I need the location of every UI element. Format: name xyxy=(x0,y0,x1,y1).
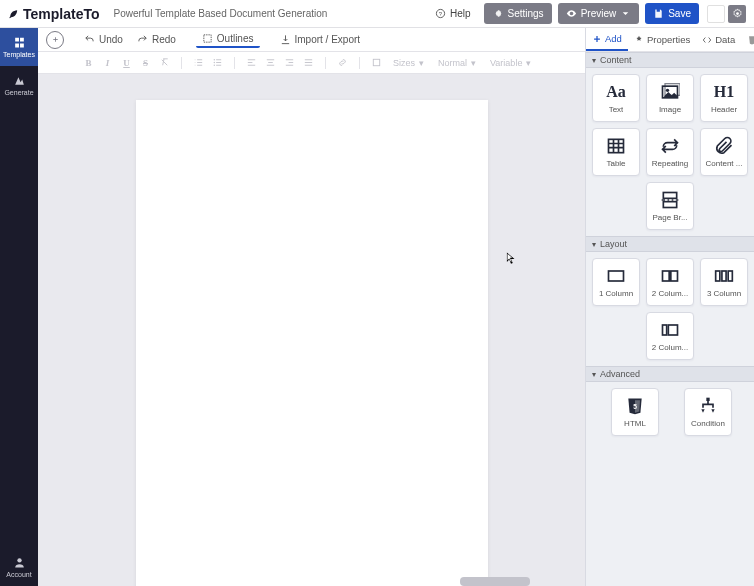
link-button[interactable] xyxy=(336,56,349,69)
plus-icon xyxy=(592,34,602,44)
svg-point-2 xyxy=(736,12,739,15)
nav-templates[interactable]: Templates xyxy=(0,28,38,66)
nav-generate[interactable]: Generate xyxy=(0,66,38,104)
tile-header[interactable]: H1 Header xyxy=(700,74,748,122)
help-button[interactable]: ? Help xyxy=(427,3,479,24)
logo[interactable]: TemplateTo xyxy=(8,6,100,22)
undo-button[interactable]: Undo xyxy=(78,32,129,47)
tile-3-column[interactable]: 3 Column xyxy=(700,258,748,306)
redo-button[interactable]: Redo xyxy=(131,32,182,47)
svg-rect-8 xyxy=(373,59,379,65)
font-select[interactable]: Normal▾ xyxy=(434,58,480,68)
undo-icon xyxy=(84,34,95,45)
data-icon xyxy=(702,35,712,45)
underline-button[interactable]: U xyxy=(120,56,133,69)
generate-icon xyxy=(13,74,26,87)
svg-rect-4 xyxy=(204,35,211,42)
section-header-content[interactable]: Content xyxy=(586,52,754,68)
three-column-icon xyxy=(714,266,734,286)
color-button[interactable] xyxy=(370,56,383,69)
account-settings-button[interactable] xyxy=(728,5,746,23)
image-icon xyxy=(660,82,680,102)
condition-icon xyxy=(698,396,718,416)
canvas[interactable] xyxy=(38,74,585,586)
svg-point-10 xyxy=(666,89,669,92)
repeating-icon xyxy=(660,136,680,156)
tab-add[interactable]: Add xyxy=(586,28,628,51)
save-icon xyxy=(653,8,664,19)
two-column-alt-icon xyxy=(660,320,680,340)
tagline: Powerful Template Based Document Generat… xyxy=(114,8,328,19)
gear-icon xyxy=(492,8,503,19)
section-header-layout[interactable]: Layout xyxy=(586,236,754,252)
content-tiles: Aa Text Image H1 Header Table Repeating xyxy=(586,68,754,236)
editor-area: Undo Redo Outlines Import / Export B I U… xyxy=(38,28,585,586)
align-left-button[interactable] xyxy=(245,56,258,69)
left-sidebar: Templates Generate Account xyxy=(0,28,38,586)
document-page[interactable] xyxy=(136,100,488,586)
settings-button[interactable]: Settings xyxy=(484,3,551,24)
avatar[interactable] xyxy=(707,5,725,23)
tile-table[interactable]: Table xyxy=(592,128,640,176)
svg-rect-13 xyxy=(663,193,676,199)
section-header-advanced[interactable]: Advanced xyxy=(586,366,754,382)
svg-rect-16 xyxy=(663,271,670,281)
svg-rect-22 xyxy=(668,325,677,335)
bold-button[interactable]: B xyxy=(82,56,95,69)
tile-2-column-a[interactable]: 2 Colum... xyxy=(646,258,694,306)
tile-html[interactable]: 5 HTML xyxy=(611,388,659,436)
mouse-cursor xyxy=(506,252,516,268)
right-panel-tabs: Add Properties Data CSS xyxy=(586,28,754,52)
list-ordered-button[interactable] xyxy=(192,56,205,69)
right-panel: Add Properties Data CSS Content Aa Text xyxy=(585,28,754,586)
tile-1-column[interactable]: 1 Column xyxy=(592,258,640,306)
save-button[interactable]: Save xyxy=(645,3,699,24)
strike-button[interactable]: S xyxy=(139,56,152,69)
attachment-icon xyxy=(714,136,734,156)
tab-data[interactable]: Data xyxy=(696,28,741,51)
format-toolbar: B I U S Sizes▾ Normal▾ Variable▾ xyxy=(38,52,585,74)
help-icon: ? xyxy=(435,8,446,19)
import-export-button[interactable]: Import / Export xyxy=(274,32,367,47)
tile-repeating[interactable]: Repeating xyxy=(646,128,694,176)
tile-condition[interactable]: Condition xyxy=(684,388,732,436)
nav-account[interactable]: Account xyxy=(0,548,38,586)
outlines-toggle[interactable]: Outlines xyxy=(196,31,260,48)
svg-point-7 xyxy=(214,65,215,66)
align-right-button[interactable] xyxy=(283,56,296,69)
variable-select[interactable]: Variable▾ xyxy=(486,58,535,68)
tile-page-break[interactable]: Page Br... xyxy=(646,182,694,230)
svg-text:5: 5 xyxy=(633,403,637,410)
clear-format-button[interactable] xyxy=(158,56,171,69)
svg-point-6 xyxy=(214,62,215,63)
svg-rect-18 xyxy=(716,271,720,281)
tile-image[interactable]: Image xyxy=(646,74,694,122)
svg-rect-19 xyxy=(722,271,726,281)
svg-rect-20 xyxy=(728,271,732,281)
list-bullet-button[interactable] xyxy=(211,56,224,69)
gear-icon xyxy=(732,8,743,19)
two-column-icon xyxy=(660,266,680,286)
advanced-tiles: 5 HTML Condition xyxy=(586,382,754,442)
editor-toolbar: Undo Redo Outlines Import / Export xyxy=(38,28,585,52)
import-export-icon xyxy=(280,34,291,45)
feather-icon xyxy=(8,7,19,21)
tile-content-block[interactable]: Content ... xyxy=(700,128,748,176)
tab-css[interactable]: CSS xyxy=(741,28,754,51)
svg-rect-17 xyxy=(671,271,678,281)
tile-text[interactable]: Aa Text xyxy=(592,74,640,122)
html5-icon: 5 xyxy=(625,396,645,416)
align-center-button[interactable] xyxy=(264,56,277,69)
tile-2-column-b[interactable]: 2 Colum... xyxy=(646,312,694,360)
add-circle-button[interactable] xyxy=(46,31,64,49)
size-select[interactable]: Sizes▾ xyxy=(389,58,428,68)
tab-properties[interactable]: Properties xyxy=(628,28,696,51)
header-icon: H1 xyxy=(714,82,734,102)
preview-button[interactable]: Preview xyxy=(558,3,640,24)
horizontal-scrollbar-thumb[interactable] xyxy=(460,577,530,586)
outlines-icon xyxy=(202,33,213,44)
svg-text:?: ? xyxy=(439,11,443,17)
italic-button[interactable]: I xyxy=(101,56,114,69)
properties-icon xyxy=(634,35,644,45)
align-justify-button[interactable] xyxy=(302,56,315,69)
